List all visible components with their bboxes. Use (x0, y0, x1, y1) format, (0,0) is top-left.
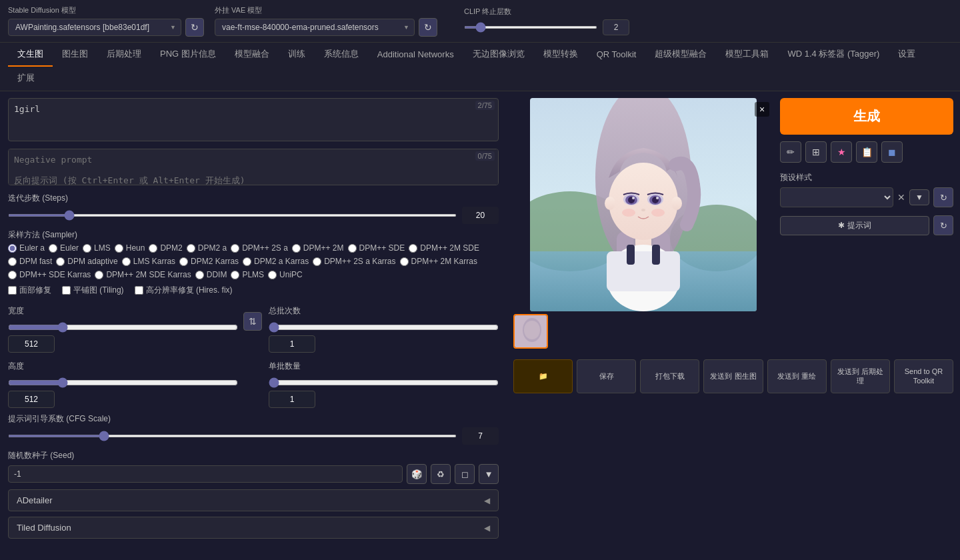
vae-model-select[interactable]: vae-ft-mse-840000-ema-pruned.safetensors (215, 19, 415, 36)
sampler-dpm2mkarras[interactable]: DPM++ 2M Karras (400, 257, 477, 266)
tab-img2img[interactable]: 图生图 (53, 43, 97, 67)
sampler-dpm2sa[interactable]: DPM++ 2S a (231, 243, 288, 253)
width-value[interactable] (8, 335, 55, 353)
svg-point-22 (622, 209, 635, 217)
height-label: 高度 (8, 361, 238, 372)
sampler-dpmfast[interactable]: DPM fast (8, 257, 52, 266)
height-slider[interactable] (8, 377, 238, 388)
prompt-hint-btn[interactable]: ✱ 提示词 (780, 216, 929, 235)
seed-dropdown-btn[interactable]: ▼ (479, 464, 499, 484)
send-qr-btn[interactable]: Send to QR Toolkit (894, 359, 953, 393)
tab-tagger[interactable]: WD 1.4 标签器 (Tagger) (778, 43, 889, 67)
cfg-slider-row (8, 427, 499, 445)
right-top: × (513, 98, 953, 351)
right-panel: × (507, 91, 960, 560)
pack-btn[interactable]: 打包下载 (640, 359, 699, 393)
steps-value[interactable] (462, 207, 499, 224)
sampler-dpm2[interactable]: DPM2 (149, 243, 182, 253)
tab-txt2img[interactable]: 文生图 (8, 43, 53, 67)
preset-dropdown-btn[interactable]: ▼ (909, 189, 929, 205)
tab-infbounds[interactable]: 无边图像浏览 (463, 43, 534, 67)
sampler-plms[interactable]: PLMS (231, 270, 264, 279)
sampler-dpmsdekarras[interactable]: DPM++ SDE Karras (8, 270, 91, 279)
adetailer-header[interactable]: ADetailer ◀ (9, 490, 498, 511)
send-post-btn[interactable]: 发送到 后期处理 (831, 359, 890, 393)
cfg-value[interactable] (462, 427, 499, 445)
batch-size-slider[interactable] (269, 377, 499, 388)
sampler-dpm2a[interactable]: DPM2 a (187, 243, 227, 253)
positive-prompt-input[interactable]: 1girl (8, 98, 499, 141)
positive-prompt-counter: 2/75 (475, 101, 495, 110)
sampler-euler-a[interactable]: Euler a (8, 243, 45, 253)
folder-btn[interactable]: 📁 (513, 359, 573, 393)
sampler-unipc[interactable]: UniPC (268, 270, 303, 279)
sampler-dpm2sakarras[interactable]: DPM++ 2S a Karras (313, 257, 395, 266)
tab-postprocess[interactable]: 后期处理 (97, 43, 151, 67)
height-value[interactable] (8, 391, 55, 408)
tab-extensions[interactable]: 扩展 (8, 67, 44, 91)
seed-recycle-btn[interactable]: ♻ (431, 464, 451, 484)
tiling-checkbox[interactable]: 平铺图 (Tiling) (62, 285, 124, 296)
close-image-btn[interactable]: × (755, 102, 769, 117)
sampler-dpm2m[interactable]: DPM++ 2M (292, 243, 344, 253)
sampler-dpm2akarras[interactable]: DPM2 a Karras (243, 257, 309, 266)
clip-slider[interactable] (464, 26, 597, 29)
star-icon-btn[interactable]: ★ (831, 141, 852, 163)
sampler-dpm2karras[interactable]: DPM2 Karras (179, 257, 239, 266)
prompt-hint-refresh-btn[interactable]: ↻ (933, 215, 953, 235)
tab-supermerge[interactable]: 超级模型融合 (645, 43, 716, 67)
cfg-label: 提示词引导系数 (CFG Scale) (8, 413, 499, 425)
hires-fix-checkbox[interactable]: 高分辨率修复 (Hires. fix) (135, 285, 233, 296)
seed-input[interactable] (8, 465, 403, 483)
tab-qrtoolkit[interactable]: QR Toolkit (587, 44, 646, 66)
seed-random-btn[interactable]: 🎲 (407, 464, 427, 484)
batch-size-col: 单批数量 (269, 355, 499, 408)
face-restore-checkbox[interactable]: 面部修复 (8, 285, 51, 296)
tiled-diffusion-header[interactable]: Tiled Diffusion ◀ (9, 517, 498, 538)
tab-modelconvert[interactable]: 模型转换 (534, 43, 587, 67)
box-icon-btn[interactable]: ◼ (881, 141, 903, 163)
preset-select[interactable] (780, 187, 893, 207)
tab-settings[interactable]: 设置 (889, 43, 925, 67)
preset-refresh-btn[interactable]: ↻ (933, 187, 953, 207)
clip-value-input[interactable] (603, 19, 629, 35)
send-inpaint-btn[interactable]: 发送到 重绘 (767, 359, 827, 393)
sampler-lms[interactable]: LMS (83, 243, 111, 253)
clipboard-icon-btn[interactable]: 📋 (856, 141, 877, 163)
send-txt2img-btn[interactable]: 发送到 图生图 (703, 359, 763, 393)
sampler-dpm2msdekarras[interactable]: DPM++ 2M SDE Karras (95, 270, 191, 279)
save-btn[interactable]: 保存 (577, 359, 636, 393)
sampler-heun[interactable]: Heun (115, 243, 145, 253)
steps-slider[interactable] (8, 214, 457, 217)
cfg-slider[interactable] (8, 435, 457, 437)
swap-dimensions-btn[interactable]: ⇅ (243, 312, 262, 331)
cfg-section: 提示词引导系数 (CFG Scale) (8, 413, 499, 445)
width-slider[interactable] (8, 322, 238, 333)
seed-extra-btn[interactable]: ◻ (455, 464, 475, 484)
batch-count-value[interactable] (269, 335, 315, 353)
thumbnail-item[interactable] (513, 314, 548, 349)
tab-sysinfo[interactable]: 系统信息 (315, 43, 368, 67)
sampler-dpmsde[interactable]: DPM++ SDE (348, 243, 405, 253)
sd-model-select[interactable]: AWPainting.safetensors [bbe83e01df] (8, 19, 181, 36)
batch-count-slider[interactable] (269, 322, 499, 333)
tab-pnginfo[interactable]: PNG 图片信息 (151, 43, 225, 67)
negative-prompt-input[interactable] (8, 149, 499, 185)
svg-point-20 (656, 197, 659, 199)
sd-model-refresh-btn[interactable]: ↻ (185, 18, 204, 37)
tab-addnets[interactable]: Additional Networks (368, 44, 463, 66)
sampler-dpmadaptive[interactable]: DPM adaptive (56, 257, 117, 266)
preset-clear-btn[interactable]: ✕ (897, 192, 905, 203)
batch-size-value[interactable] (269, 391, 315, 408)
sampler-dpm2msde[interactable]: DPM++ 2M SDE (409, 243, 479, 253)
sampler-euler[interactable]: Euler (49, 243, 79, 253)
grid-icon-btn[interactable]: ⊞ (805, 141, 827, 163)
tab-train[interactable]: 训练 (279, 43, 315, 67)
sampler-lmskarras[interactable]: LMS Karras (122, 257, 175, 266)
brush-icon-btn[interactable]: ✏ (780, 141, 801, 163)
generate-btn[interactable]: 生成 (780, 98, 953, 135)
tab-merge[interactable]: 模型融合 (225, 43, 279, 67)
tab-modeltoolbox[interactable]: 模型工具箱 (716, 43, 778, 67)
vae-model-refresh-btn[interactable]: ↻ (419, 18, 437, 37)
sampler-ddim[interactable]: DDIM (195, 270, 227, 279)
